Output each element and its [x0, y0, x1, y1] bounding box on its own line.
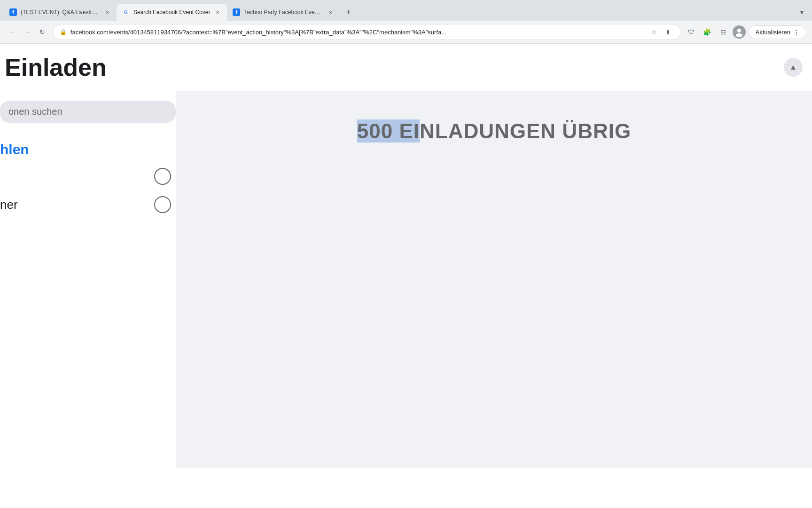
tab-2-favicon: G	[122, 8, 130, 16]
main-layout: onen suchen hlen ner	[0, 91, 812, 468]
search-placeholder: onen suchen	[8, 106, 62, 117]
tab-3-title: Techno Party Facebook Event ...	[244, 9, 323, 16]
url-text: facebook.com/events/401345811934706/?aco…	[70, 29, 645, 36]
browser-chrome: f (TEST EVENT): Q&A Livestrea... ✕ G Sea…	[0, 0, 812, 44]
scroll-top-button[interactable]: ▲	[784, 58, 803, 77]
tab-bar: f (TEST EVENT): Q&A Livestrea... ✕ G Sea…	[0, 0, 812, 21]
tab-2[interactable]: G Search Facebook Event Cover ✕	[117, 4, 227, 21]
bookmark-icon[interactable]: ☆	[648, 26, 660, 38]
browser-actions: 🛡 🧩 ⊟ Aktualisieren ⋮	[685, 25, 806, 39]
radio-button-2[interactable]	[154, 196, 171, 213]
tab-3-favicon: f	[233, 8, 240, 16]
sidebar-icon[interactable]: ⊟	[717, 25, 730, 39]
adblocker-icon[interactable]: 🛡	[685, 25, 698, 39]
list-item	[0, 162, 176, 190]
reload-button[interactable]: ↻	[36, 25, 49, 39]
left-panel: onen suchen hlen ner	[0, 91, 176, 468]
search-input[interactable]: onen suchen	[0, 101, 176, 123]
tab-1-favicon: f	[9, 8, 17, 16]
back-button[interactable]: ←	[6, 25, 19, 39]
list-item: ner	[0, 190, 176, 219]
svg-text:G: G	[124, 10, 128, 15]
tab-3[interactable]: f Techno Party Facebook Event ... ✕	[227, 4, 340, 21]
aktualisieren-chevron: ⋮	[793, 29, 799, 36]
url-bar[interactable]: 🔒 facebook.com/events/401345811934706/?a…	[53, 24, 681, 40]
chevron-up-icon: ▲	[789, 63, 797, 71]
tab-1[interactable]: f (TEST EVENT): Q&A Livestrea... ✕	[4, 4, 117, 21]
aktualisieren-label: Aktualisieren	[756, 29, 790, 36]
tab-1-close[interactable]: ✕	[103, 8, 111, 16]
user-name-2: ner	[0, 198, 147, 212]
new-tab-button[interactable]: +	[342, 6, 355, 19]
invitation-count: 500 EINLADUNGEN ÜBRIG	[357, 119, 631, 143]
extensions-icon[interactable]: 🧩	[701, 25, 714, 39]
share-icon[interactable]: ⬆	[663, 26, 674, 38]
radio-button-1[interactable]	[154, 168, 171, 185]
user-list: ner	[0, 162, 176, 219]
profile-button[interactable]	[733, 25, 746, 39]
aktualisieren-button[interactable]: Aktualisieren ⋮	[749, 25, 806, 39]
tab-2-title: Search Facebook Event Cover	[133, 9, 210, 16]
svg-point-3	[736, 33, 742, 37]
invitation-count-highlighted: 500 EI	[357, 119, 420, 143]
right-panel: 500 EINLADUNGEN ÜBRIG	[176, 91, 812, 468]
invitation-count-rest: NLADUNGEN ÜBRIG	[420, 119, 631, 143]
page-header: Einladen ▲	[0, 44, 812, 91]
svg-point-2	[737, 29, 741, 32]
section-label: hlen	[0, 132, 176, 162]
url-lock-icon: 🔒	[60, 29, 67, 35]
forward-button[interactable]: →	[21, 25, 34, 39]
tab-1-title: (TEST EVENT): Q&A Livestrea...	[21, 9, 100, 16]
address-bar: ← → ↻ 🔒 facebook.com/events/401345811934…	[0, 21, 812, 43]
tab-2-close[interactable]: ✕	[214, 8, 221, 16]
url-actions: ☆ ⬆	[648, 26, 674, 38]
page-content: Einladen ▲ onen suchen hlen	[0, 44, 812, 468]
tab-list-button[interactable]: ▾	[795, 6, 808, 19]
nav-buttons: ← → ↻	[6, 25, 49, 39]
tab-3-close[interactable]: ✕	[327, 8, 334, 16]
fb-page: Einladen ▲ onen suchen hlen	[0, 44, 812, 468]
page-title: Einladen	[5, 53, 812, 81]
